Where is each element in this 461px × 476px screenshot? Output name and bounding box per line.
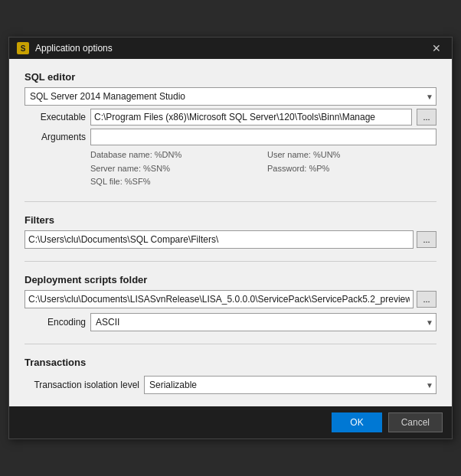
filters-section: Filters ... (25, 214, 436, 249)
app-icon: S (17, 42, 29, 54)
filters-input[interactable] (25, 230, 414, 249)
executable-label: Executable (25, 112, 86, 122)
encoding-dropdown-wrapper: ASCII UTF-8 Unicode ▼ (90, 313, 436, 331)
deployment-title: Deployment scripts folder (25, 274, 436, 285)
dialog-footer: OK Cancel (9, 406, 452, 439)
sql-editor-dropdown-wrapper: SQL Server 2014 Management Studio SQL Se… (25, 87, 436, 106)
encoding-row: Encoding ASCII UTF-8 Unicode ▼ (25, 313, 436, 331)
executable-row: Executable ... (25, 109, 436, 126)
isolation-dropdown-wrapper: Serializable Read Committed Read Uncommi… (144, 376, 436, 394)
encoding-label: Encoding (25, 317, 86, 328)
close-button[interactable]: ✕ (429, 42, 444, 54)
hint-sql-file: SQL file: %SF% (90, 175, 260, 189)
transactions-section: Transactions Transaction isolation level… (25, 357, 436, 394)
hint-empty (267, 175, 436, 189)
dialog-title: Application options (35, 43, 423, 54)
isolation-label: Transaction isolation level (25, 380, 139, 390)
sql-editor-title: SQL editor (25, 71, 436, 83)
sql-editor-dropdown[interactable]: SQL Server 2014 Management Studio SQL Se… (25, 87, 436, 106)
deployment-folder-input[interactable] (25, 290, 414, 308)
divider-1 (25, 201, 436, 202)
deployment-section: Deployment scripts folder ... Encoding A… (25, 274, 436, 331)
arguments-label: Arguments (25, 132, 86, 142)
sql-editor-dropdown-row: SQL Server 2014 Management Studio SQL Se… (25, 87, 436, 106)
deployment-folder-row: ... (25, 290, 436, 308)
arguments-input[interactable] (90, 129, 436, 145)
arguments-row: Arguments (25, 129, 436, 145)
hint-user-name: User name: %UN% (267, 148, 436, 162)
divider-2 (25, 261, 436, 262)
filters-row: ... (25, 230, 436, 249)
title-bar: S Application options ✕ (9, 37, 452, 59)
filters-title: Filters (25, 214, 436, 226)
hint-db-name: Database name: %DN% (90, 148, 260, 162)
application-options-dialog: S Application options ✕ SQL editor SQL S… (8, 37, 453, 439)
isolation-dropdown[interactable]: Serializable Read Committed Read Uncommi… (144, 376, 436, 394)
divider-3 (25, 344, 436, 344)
filters-browse-button[interactable]: ... (417, 231, 436, 248)
encoding-dropdown[interactable]: ASCII UTF-8 Unicode (90, 313, 436, 331)
deployment-browse-button[interactable]: ... (417, 291, 436, 308)
arguments-hints: Database name: %DN% User name: %UN% Serv… (90, 148, 436, 189)
hint-password: Password: %P% (267, 162, 436, 176)
hint-server-name: Server name: %SN% (90, 162, 260, 176)
transactions-title: Transactions (25, 357, 436, 368)
ok-button[interactable]: OK (332, 412, 381, 432)
isolation-row: Transaction isolation level Serializable… (25, 376, 436, 394)
executable-input[interactable] (90, 109, 412, 126)
sql-editor-section: SQL editor SQL Server 2014 Management St… (25, 71, 436, 189)
executable-browse-button[interactable]: ... (417, 109, 436, 126)
cancel-button[interactable]: Cancel (388, 412, 443, 432)
dialog-content: SQL editor SQL Server 2014 Management St… (9, 59, 452, 406)
